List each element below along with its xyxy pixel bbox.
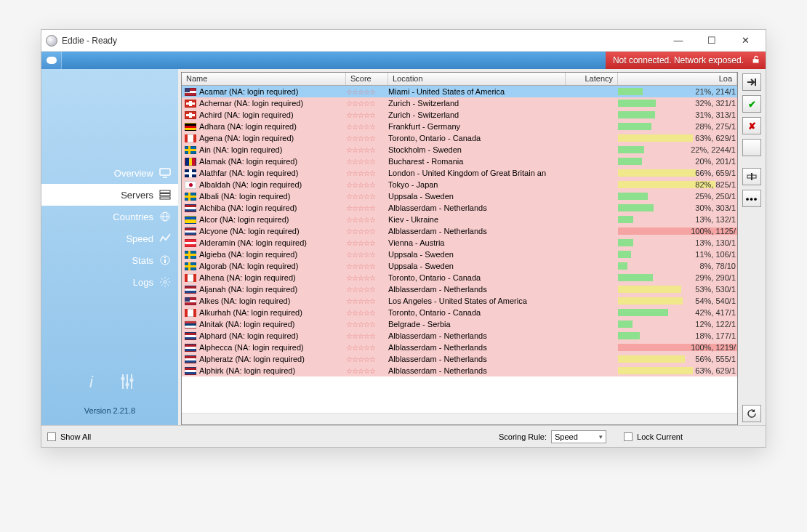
allow-button[interactable]: ✔ — [742, 95, 761, 113]
load-text: 82%, 825/1 — [695, 180, 737, 189]
server-location: Uppsala - Sweden — [388, 262, 566, 270]
server-location: Alblasserdam - Netherlands — [388, 285, 566, 294]
table-row[interactable]: Achernar (NA: login required)☆☆☆☆☆Zurich… — [182, 97, 737, 109]
table-body[interactable]: Acamar (NA: login required)☆☆☆☆☆Miami - … — [182, 86, 737, 413]
sidebar-item-logs[interactable]: Logs — [41, 271, 178, 293]
more-button[interactable]: ••• — [742, 190, 761, 207]
score-stars: ☆☆☆☆☆ — [346, 169, 388, 177]
table-row[interactable]: Adhara (NA: login required)☆☆☆☆☆Frankfur… — [182, 121, 737, 132]
col-name[interactable]: Name — [182, 73, 346, 85]
server-location: Kiev - Ukraine — [388, 215, 566, 224]
connect-button[interactable] — [742, 73, 761, 91]
show-all-checkbox[interactable] — [47, 432, 56, 441]
footer: Show All Scoring Rule: Speed Lock Curren… — [41, 425, 766, 447]
server-name: Agena (NA: login required) — [199, 134, 294, 142]
table-row[interactable]: Alkes (NA: login required)☆☆☆☆☆Los Angel… — [182, 295, 737, 307]
table-row[interactable]: Albaldah (NA: login required)☆☆☆☆☆Tokyo … — [182, 179, 737, 190]
col-score[interactable]: Score — [346, 73, 388, 85]
table-row[interactable]: Alderamin (NA: login required)☆☆☆☆☆Vienn… — [182, 237, 737, 249]
table-row[interactable]: Alcyone (NA: login required)☆☆☆☆☆Alblass… — [182, 225, 737, 237]
server-location: Alblasserdam - Netherlands — [388, 343, 566, 352]
globe-icon — [159, 211, 171, 222]
load-text: 11%, 106/1 — [695, 250, 737, 259]
sidebar-item-speed[interactable]: Speed — [41, 227, 178, 249]
score-stars: ☆☆☆☆☆ — [346, 332, 388, 340]
info-icon[interactable]: i — [85, 373, 100, 390]
flag-icon — [185, 251, 196, 259]
settings-icon[interactable] — [120, 373, 134, 390]
table-row[interactable]: Achird (NA: login required)☆☆☆☆☆Zurich -… — [182, 109, 737, 121]
sidebar-item-servers[interactable]: Servers — [41, 184, 178, 206]
server-location: Belgrade - Serbia — [388, 320, 566, 329]
sidebar-item-overview[interactable]: Overview — [41, 162, 178, 184]
main-panel: Name Score Location Latency Loa Acamar (… — [178, 69, 766, 425]
svg-rect-13 — [122, 374, 124, 389]
server-name: Alkes (NA: login required) — [199, 297, 290, 305]
table-row[interactable]: Alhena (NA: login required)☆☆☆☆☆Toronto,… — [182, 272, 737, 283]
score-stars: ☆☆☆☆☆ — [346, 193, 388, 201]
flag-icon — [185, 297, 196, 305]
col-latency[interactable]: Latency — [566, 73, 618, 85]
sidebar-item-countries[interactable]: Countries — [41, 206, 178, 227]
refresh-button[interactable] — [742, 405, 761, 422]
server-location: Alblasserdam - Netherlands — [388, 366, 566, 375]
table-row[interactable]: Alpheratz (NA: login required)☆☆☆☆☆Albla… — [182, 353, 737, 365]
flag-icon — [185, 355, 196, 363]
table-row[interactable]: Agena (NA: login required)☆☆☆☆☆Toronto, … — [182, 132, 737, 144]
info-icon — [159, 254, 171, 266]
blank-button[interactable] — [742, 139, 761, 156]
close-button[interactable]: ✕ — [729, 31, 761, 51]
table-row[interactable]: Alamak (NA: login required)☆☆☆☆☆Buchares… — [182, 156, 737, 167]
lock-current-label: Lock Current — [637, 432, 683, 441]
maximize-button[interactable]: ☐ — [696, 31, 728, 51]
server-location: London - United Kingdom of Great Britain… — [388, 169, 566, 177]
flag-icon — [185, 309, 196, 317]
flag-icon — [185, 274, 196, 282]
load-text: 29%, 290/1 — [695, 273, 737, 282]
load-text: 8%, 78/10 — [699, 262, 737, 270]
gear-icon — [159, 276, 171, 288]
rename-button[interactable] — [742, 168, 761, 185]
server-location: Toronto, Ontario - Canada — [388, 134, 566, 142]
flag-icon — [185, 88, 196, 96]
table-row[interactable]: Algorab (NA: login required)☆☆☆☆☆Uppsala… — [182, 260, 737, 272]
flag-icon — [185, 204, 196, 212]
server-location: Los Angeles - United States of America — [388, 297, 566, 305]
sidebar-item-stats[interactable]: Stats — [41, 249, 178, 271]
table-row[interactable]: Alphecca (NA: login required)☆☆☆☆☆Alblas… — [182, 342, 737, 353]
col-location[interactable]: Location — [388, 73, 566, 85]
score-stars: ☆☆☆☆☆ — [346, 216, 388, 224]
show-all-label: Show All — [60, 432, 91, 441]
table-row[interactable]: Alphard (NA: login required)☆☆☆☆☆Alblass… — [182, 330, 737, 342]
load-text: 42%, 417/1 — [695, 308, 737, 317]
flag-icon — [185, 321, 196, 329]
server-location: Bucharest - Romania — [388, 157, 566, 166]
table-row[interactable]: Alphirk (NA: login required)☆☆☆☆☆Alblass… — [182, 365, 737, 376]
load-text: 56%, 555/1 — [695, 355, 737, 363]
score-stars: ☆☆☆☆☆ — [346, 146, 388, 154]
table-row[interactable]: Acamar (NA: login required)☆☆☆☆☆Miami - … — [182, 86, 737, 97]
table-row[interactable]: Ain (NA: login required)☆☆☆☆☆Stockholm -… — [182, 144, 737, 156]
table-row[interactable]: Alnitak (NA: login required)☆☆☆☆☆Belgrad… — [182, 318, 737, 330]
table-row[interactable]: Albali (NA: login required)☆☆☆☆☆Uppsala … — [182, 190, 737, 202]
col-load[interactable]: Loa — [618, 73, 737, 85]
scoring-select[interactable]: Speed — [551, 430, 606, 443]
deny-button[interactable]: ✘ — [742, 117, 761, 134]
table-row[interactable]: Aljanah (NA: login required)☆☆☆☆☆Alblass… — [182, 283, 737, 295]
h-scrollbar[interactable] — [182, 413, 737, 424]
table-row[interactable]: Algieba (NA: login required)☆☆☆☆☆Uppsala… — [182, 249, 737, 260]
lock-current-checkbox[interactable] — [624, 432, 633, 441]
window-title: Eddie - Ready — [62, 36, 662, 46]
table-row[interactable]: Alathfar (NA: login required)☆☆☆☆☆London… — [182, 167, 737, 179]
table-row[interactable]: Alcor (NA: login required)☆☆☆☆☆Kiev - Uk… — [182, 214, 737, 225]
load-text: 12%, 122/1 — [695, 320, 737, 329]
table-row[interactable]: Alchiba (NA: login required)☆☆☆☆☆Alblass… — [182, 202, 737, 214]
server-name: Achernar (NA: login required) — [199, 99, 303, 108]
score-stars: ☆☆☆☆☆ — [346, 88, 388, 96]
load-text: 31%, 313/1 — [695, 110, 737, 119]
score-stars: ☆☆☆☆☆ — [346, 344, 388, 352]
server-name: Adhara (NA: login required) — [199, 122, 297, 131]
minimize-button[interactable]: — — [662, 31, 694, 51]
table-row[interactable]: Alkurhah (NA: login required)☆☆☆☆☆Toront… — [182, 307, 737, 318]
load-text: 20%, 201/1 — [695, 157, 737, 166]
